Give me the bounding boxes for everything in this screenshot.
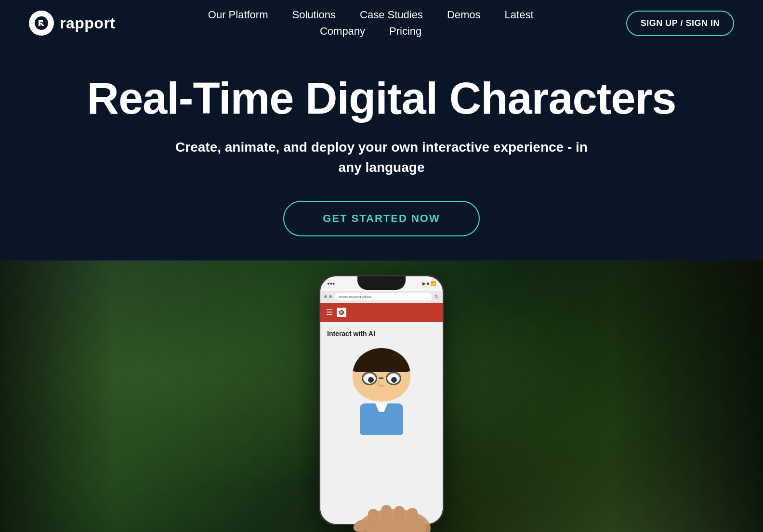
hero-section: Real-Time Digital Characters Create, ani… (0, 46, 763, 260)
hero-image-section: ●●● ▶ ■ 📶 bcmc.rapport.cloud ↻ ☰ (0, 260, 763, 532)
char-ear-right (406, 371, 410, 382)
phone-frame: ●●● ▶ ■ 📶 bcmc.rapport.cloud ↻ ☰ (319, 275, 444, 525)
svg-rect-7 (407, 508, 418, 523)
svg-rect-5 (381, 505, 392, 523)
nav-link-latest[interactable]: Latest (505, 9, 534, 21)
char-head (353, 348, 410, 401)
nav-link-demos[interactable]: Demos (447, 9, 481, 21)
char-glasses-bridge (379, 377, 383, 379)
char-hair (353, 348, 410, 372)
char-body (360, 403, 403, 435)
phone-app-content: Interact with AI (320, 322, 443, 524)
browser-url: bcmc.rapport.cloud (335, 293, 432, 300)
char-collar (375, 403, 388, 412)
signup-button[interactable]: SIGN UP / SIGN IN (626, 11, 734, 36)
nav-link-our-platform[interactable]: Our Platform (208, 9, 268, 21)
phone-app-header: ☰ (320, 303, 443, 322)
browser-dot-1 (324, 295, 327, 298)
browser-dots (324, 295, 332, 298)
get-started-button[interactable]: GET STARTED NOW (283, 201, 479, 236)
brand-name: rapport (60, 14, 116, 32)
phone-status-right: ▶ ■ 📶 (422, 281, 436, 286)
logo-icon (29, 11, 54, 36)
browser-dot-2 (329, 295, 332, 298)
nav-link-company[interactable]: Company (320, 25, 365, 38)
browser-refresh-icon: ↻ (434, 294, 439, 300)
logo[interactable]: rapport (29, 11, 116, 36)
phone-browser-bar: bcmc.rapport.cloud ↻ (320, 291, 443, 303)
nav-bottom-row: Company Pricing (320, 25, 421, 38)
phone-menu-icon: ☰ (326, 308, 333, 317)
character-area (327, 343, 436, 440)
nav-links: Our Platform Solutions Case Studies Demo… (208, 9, 534, 38)
char-glasses-right (386, 372, 401, 385)
nav-link-pricing[interactable]: Pricing (389, 25, 421, 38)
nav-top-row: Our Platform Solutions Case Studies Demo… (208, 9, 534, 21)
svg-rect-6 (394, 506, 405, 523)
background-dark-left (0, 260, 115, 532)
char-ear-left (353, 371, 357, 382)
nav-link-case-studies[interactable]: Case Studies (360, 9, 423, 21)
navbar: rapport Our Platform Solutions Case Stud… (0, 0, 763, 46)
hero-subtitle: Create, animate, and deploy your own int… (165, 137, 598, 178)
phone-notch (357, 276, 406, 290)
phone-screen: ●●● ▶ ■ 📶 bcmc.rapport.cloud ↻ ☰ (320, 276, 443, 524)
nav-link-solutions[interactable]: Solutions (292, 9, 336, 21)
char-glasses-left (362, 372, 377, 385)
hand-holding (351, 499, 438, 532)
phone-mockup: ●●● ▶ ■ 📶 bcmc.rapport.cloud ↻ ☰ (319, 275, 444, 525)
phone-status-left: ●●● (327, 281, 335, 286)
phone-app-logo (337, 308, 346, 317)
background-dark-right (610, 260, 763, 532)
phone-app-title: Interact with AI (327, 330, 436, 337)
char-nose (378, 381, 384, 387)
character-avatar (343, 348, 420, 435)
hero-title: Real-Time Digital Characters (29, 75, 734, 122)
